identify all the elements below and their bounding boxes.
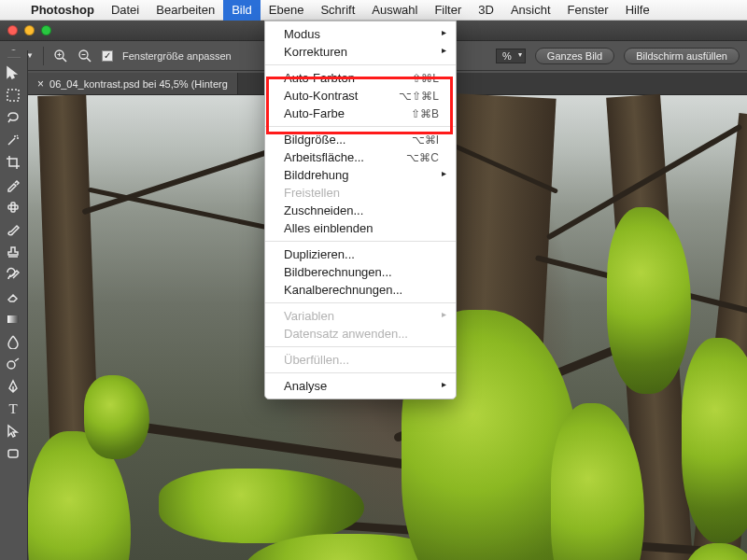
full-image-button[interactable]: Ganzes Bild xyxy=(535,48,614,64)
svg-rect-11 xyxy=(11,203,15,212)
svg-rect-14 xyxy=(8,450,18,457)
shape-tool-icon[interactable] xyxy=(0,442,26,465)
close-tab-icon[interactable]: × xyxy=(37,77,44,91)
dodge-tool-icon[interactable] xyxy=(0,353,26,375)
lasso-tool-icon[interactable] xyxy=(0,106,26,129)
menu-item-label: Auto-Farbton xyxy=(284,71,412,85)
eyedropper-tool-icon[interactable] xyxy=(0,174,26,196)
svg-line-7 xyxy=(87,58,91,62)
menu-item-auto-farbton[interactable]: Auto-Farbton⇧⌘L xyxy=(265,69,456,87)
svg-rect-10 xyxy=(8,205,18,209)
menu-item-alles-einblenden[interactable]: Alles einblenden xyxy=(265,219,456,237)
menu-item-auto-kontrast[interactable]: Auto-Kontrast⌥⇧⌘L xyxy=(265,87,456,105)
window-controls xyxy=(7,25,51,35)
menubar-items: PhotoshopDateiBearbeitenBildEbeneSchrift… xyxy=(22,0,658,21)
fit-window-checkbox[interactable]: ✓ xyxy=(102,50,113,62)
document-tab-label: 06_04_kontrast.psd bei 45,5% (Hinterg xyxy=(49,78,228,90)
menu-item-duplizieren[interactable]: Duplizieren... xyxy=(265,245,456,263)
menu-item-label: Freistellen xyxy=(284,186,439,200)
menu-item-label: Variablen xyxy=(284,309,439,323)
menu-item-datensatz-anwenden: Datensatz anwenden... xyxy=(265,325,456,343)
menu-item-shortcut: ⌥⇧⌘L xyxy=(399,90,439,103)
marquee-tool-icon[interactable] xyxy=(0,84,26,106)
maximize-window-button[interactable] xyxy=(41,25,51,35)
menu-item-label: Modus xyxy=(284,27,439,41)
svg-point-13 xyxy=(7,361,15,369)
close-window-button[interactable] xyxy=(7,25,18,35)
menu-item-bildgr-e[interactable]: Bildgröße...⌥⌘I xyxy=(265,131,456,148)
blur-tool-icon[interactable] xyxy=(0,330,26,353)
menu-item-zuschneiden[interactable]: Zuschneiden... xyxy=(265,202,456,219)
menu-item-freistellen: Freistellen xyxy=(265,184,456,202)
brush-tool-icon[interactable] xyxy=(0,218,26,241)
menu-bearbeiten[interactable]: Bearbeiten xyxy=(148,0,223,21)
toolbox-grip[interactable] xyxy=(0,54,27,62)
eraser-tool-icon[interactable] xyxy=(0,286,26,308)
menu-item-shortcut: ⌥⌘C xyxy=(406,151,439,164)
minimize-window-button[interactable] xyxy=(24,25,35,35)
menu-item-label: Zuschneiden... xyxy=(284,203,439,217)
menu-item-korrekturen[interactable]: Korrekturen xyxy=(265,43,456,61)
stamp-tool-icon[interactable] xyxy=(0,241,26,263)
mac-menubar: PhotoshopDateiBearbeitenBildEbeneSchrift… xyxy=(0,0,747,21)
path-select-tool-icon[interactable] xyxy=(0,420,26,442)
menu-schrift[interactable]: Schrift xyxy=(312,0,363,21)
menu-item-label: Überfüllen... xyxy=(284,353,439,367)
menu-item-label: Analyse xyxy=(284,379,439,393)
menu-item-label: Auto-Farbe xyxy=(284,106,411,120)
fill-screen-button[interactable]: Bildschirm ausfüllen xyxy=(624,48,740,64)
toolbox: T xyxy=(0,50,28,560)
svg-rect-12 xyxy=(7,315,19,323)
menu-item-label: Korrekturen xyxy=(284,45,439,59)
document-tab[interactable]: × 06_04_kontrast.psd bei 45,5% (Hinterg xyxy=(28,73,238,94)
menu-item-shortcut: ⇧⌘B xyxy=(411,107,439,120)
menu-bild[interactable]: Bild xyxy=(223,0,261,21)
menu-photoshop[interactable]: Photoshop xyxy=(22,0,103,21)
menu-item-modus[interactable]: Modus xyxy=(265,25,456,43)
menu-item-kanalberechnungen[interactable]: Kanalberechnungen... xyxy=(265,281,456,299)
zoom-in-icon[interactable] xyxy=(53,49,68,63)
menu-item-label: Datensatz anwenden... xyxy=(284,327,439,341)
menu-item-arbeitsfl-che[interactable]: Arbeitsfläche...⌥⌘C xyxy=(265,148,456,166)
menu-item-auto-farbe[interactable]: Auto-Farbe⇧⌘B xyxy=(265,105,456,122)
menu-hilfe[interactable]: Hilfe xyxy=(617,0,658,21)
menu-ansicht[interactable]: Ansicht xyxy=(502,0,559,21)
svg-line-3 xyxy=(63,58,66,62)
menu-item-label: Auto-Kontrast xyxy=(284,89,399,103)
bild-menu-dropdown: ModusKorrekturenAuto-Farbton⇧⌘LAuto-Kont… xyxy=(264,21,457,399)
heal-tool-icon[interactable] xyxy=(0,196,26,218)
menu-item-label: Bilddrehung xyxy=(284,168,439,182)
menu-auswahl[interactable]: Auswahl xyxy=(363,0,426,21)
menu-item-label: Kanalberechnungen... xyxy=(284,283,439,297)
fit-window-label: Fenstergröße anpassen xyxy=(122,50,232,62)
menu-item-bilddrehung[interactable]: Bilddrehung xyxy=(265,166,456,184)
type-tool-icon[interactable]: T xyxy=(0,398,26,420)
zoom-percent-field[interactable]: % xyxy=(496,49,526,63)
menu-datei[interactable]: Datei xyxy=(103,0,148,21)
pen-tool-icon[interactable] xyxy=(0,375,26,398)
menu-item-label: Duplizieren... xyxy=(284,247,439,261)
svg-rect-9 xyxy=(7,90,19,101)
menu-item-label: Bildgröße... xyxy=(284,133,412,147)
menu-item-label: Alles einblenden xyxy=(284,221,439,235)
menu-item-label: Arbeitsfläche... xyxy=(284,150,406,164)
menu-ebene[interactable]: Ebene xyxy=(261,0,313,21)
menu-item-shortcut: ⇧⌘L xyxy=(412,72,439,85)
menu-filter[interactable]: Filter xyxy=(426,0,470,21)
menu-item-shortcut: ⌥⌘I xyxy=(412,133,439,147)
menu-item-analyse[interactable]: Analyse xyxy=(265,377,456,395)
move-tool-icon[interactable] xyxy=(0,62,26,84)
menu-item-label: Bildberechnungen... xyxy=(284,265,439,279)
crop-tool-icon[interactable] xyxy=(0,151,26,174)
menu-fenster[interactable]: Fenster xyxy=(559,0,617,21)
menu-item-variablen: Variablen xyxy=(265,307,456,325)
menu-item-bildberechnungen[interactable]: Bildberechnungen... xyxy=(265,263,456,281)
history-brush-tool-icon[interactable] xyxy=(0,263,26,286)
menu-3d[interactable]: 3D xyxy=(470,0,502,21)
gradient-tool-icon[interactable] xyxy=(0,308,26,330)
menu-item-berf-llen: Überfüllen... xyxy=(265,351,456,369)
zoom-out-icon[interactable] xyxy=(78,49,92,63)
wand-tool-icon[interactable] xyxy=(0,129,26,151)
